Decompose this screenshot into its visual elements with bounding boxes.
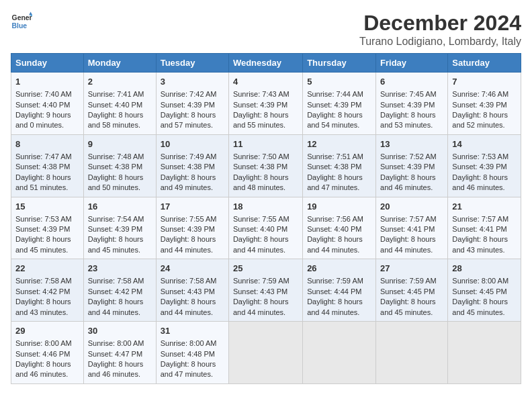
daylight-text: Daylight: 8 hours and 44 minutes.: [380, 235, 436, 253]
calendar-title: December 2024: [359, 11, 521, 36]
daylight-text: Daylight: 8 hours and 45 minutes.: [380, 298, 436, 316]
daylight-text: Daylight: 8 hours and 44 minutes.: [233, 298, 289, 316]
sunset-text: Sunset: 4:38 PM: [233, 163, 287, 171]
day-header-wednesday: Wednesday: [228, 54, 302, 73]
daylight-text: Daylight: 8 hours and 46 minutes.: [452, 173, 508, 191]
calendar-cell: 23Sunrise: 7:58 AMSunset: 4:42 PMDayligh…: [83, 259, 156, 322]
day-number: 14: [452, 138, 517, 150]
calendar-cell: 7Sunrise: 7:46 AMSunset: 4:39 PMDaylight…: [448, 73, 521, 135]
calendar-week-row: 29Sunrise: 8:00 AMSunset: 4:46 PMDayligh…: [11, 322, 521, 384]
sunset-text: Sunset: 4:45 PM: [380, 287, 435, 295]
day-number: 12: [307, 138, 371, 150]
day-number: 16: [88, 201, 152, 213]
svg-text:General: General: [12, 14, 32, 21]
sunset-text: Sunset: 4:44 PM: [307, 287, 361, 295]
daylight-text: Daylight: 9 hours and 0 minutes.: [15, 111, 71, 129]
day-number: 1: [15, 76, 79, 88]
sunset-text: Sunset: 4:46 PM: [15, 350, 70, 358]
sunrise-text: Sunrise: 7:45 AM: [380, 90, 437, 98]
calendar-week-row: 15Sunrise: 7:53 AMSunset: 4:39 PMDayligh…: [11, 197, 521, 259]
sunrise-text: Sunrise: 7:52 AM: [380, 152, 437, 161]
day-number: 23: [88, 263, 152, 275]
sunset-text: Sunset: 4:39 PM: [161, 101, 215, 109]
calendar-cell: 30Sunrise: 8:00 AMSunset: 4:47 PMDayligh…: [83, 322, 156, 384]
day-number: 19: [307, 201, 371, 213]
sunrise-text: Sunrise: 7:55 AM: [161, 215, 217, 223]
day-header-thursday: Thursday: [303, 54, 376, 73]
sunset-text: Sunset: 4:40 PM: [88, 101, 142, 109]
daylight-text: Daylight: 8 hours and 43 minutes.: [15, 298, 71, 316]
calendar-cell: 5Sunrise: 7:44 AMSunset: 4:39 PMDaylight…: [303, 73, 376, 135]
sunrise-text: Sunrise: 7:56 AM: [307, 215, 363, 223]
calendar-week-row: 22Sunrise: 7:58 AMSunset: 4:42 PMDayligh…: [11, 259, 521, 322]
sunrise-text: Sunrise: 7:42 AM: [161, 90, 217, 98]
sunset-text: Sunset: 4:39 PM: [307, 101, 361, 109]
svg-text:Blue: Blue: [12, 22, 28, 30]
daylight-text: Daylight: 8 hours and 44 minutes.: [161, 298, 216, 316]
sunrise-text: Sunrise: 8:00 AM: [452, 277, 508, 285]
daylight-text: Daylight: 8 hours and 44 minutes.: [307, 298, 363, 316]
day-number: 27: [380, 263, 443, 275]
day-number: 26: [307, 263, 371, 275]
daylight-text: Daylight: 8 hours and 45 minutes.: [15, 235, 71, 253]
sunset-text: Sunset: 4:39 PM: [88, 225, 142, 233]
calendar-cell: 15Sunrise: 7:53 AMSunset: 4:39 PMDayligh…: [11, 197, 84, 259]
calendar-cell: 20Sunrise: 7:57 AMSunset: 4:41 PMDayligh…: [376, 197, 448, 259]
calendar-cell: 27Sunrise: 7:59 AMSunset: 4:45 PMDayligh…: [376, 259, 448, 322]
daylight-text: Daylight: 8 hours and 46 minutes.: [380, 173, 436, 191]
sunrise-text: Sunrise: 7:44 AM: [307, 90, 363, 98]
day-header-friday: Friday: [376, 54, 448, 73]
sunset-text: Sunset: 4:40 PM: [233, 225, 287, 233]
daylight-text: Daylight: 8 hours and 47 minutes.: [161, 360, 216, 378]
daylight-text: Daylight: 8 hours and 45 minutes.: [88, 235, 144, 253]
sunset-text: Sunset: 4:48 PM: [161, 350, 215, 358]
daylight-text: Daylight: 8 hours and 52 minutes.: [452, 111, 508, 129]
daylight-text: Daylight: 8 hours and 46 minutes.: [88, 360, 144, 378]
sunset-text: Sunset: 4:38 PM: [307, 163, 361, 171]
day-number: 21: [452, 201, 517, 213]
sunrise-text: Sunrise: 7:53 AM: [452, 152, 508, 161]
sunrise-text: Sunrise: 7:51 AM: [307, 152, 363, 161]
calendar-table: SundayMondayTuesdayWednesdayThursdayFrid…: [11, 53, 521, 384]
sunrise-text: Sunrise: 7:54 AM: [88, 215, 144, 223]
sunset-text: Sunset: 4:38 PM: [161, 163, 215, 171]
calendar-cell: 26Sunrise: 7:59 AMSunset: 4:44 PMDayligh…: [303, 259, 376, 322]
sunrise-text: Sunrise: 7:58 AM: [15, 277, 72, 285]
day-number: 4: [233, 76, 298, 88]
daylight-text: Daylight: 8 hours and 51 minutes.: [15, 173, 71, 191]
day-number: 2: [88, 76, 152, 88]
calendar-cell: 21Sunrise: 7:57 AMSunset: 4:41 PMDayligh…: [448, 197, 521, 259]
sunrise-text: Sunrise: 7:47 AM: [15, 152, 72, 161]
day-number: 25: [233, 263, 298, 275]
daylight-text: Daylight: 8 hours and 53 minutes.: [380, 111, 436, 129]
sunset-text: Sunset: 4:41 PM: [380, 225, 435, 233]
sunset-text: Sunset: 4:42 PM: [15, 287, 70, 295]
sunset-text: Sunset: 4:47 PM: [88, 350, 142, 358]
calendar-cell: [228, 322, 302, 384]
calendar-cell: 16Sunrise: 7:54 AMSunset: 4:39 PMDayligh…: [83, 197, 156, 259]
sunset-text: Sunset: 4:40 PM: [15, 101, 70, 109]
sunset-text: Sunset: 4:43 PM: [233, 287, 287, 295]
title-area: December 2024 Turano Lodigiano, Lombardy…: [359, 11, 521, 48]
daylight-text: Daylight: 8 hours and 44 minutes.: [161, 235, 216, 253]
daylight-text: Daylight: 8 hours and 48 minutes.: [233, 173, 289, 191]
logo-icon: General Blue: [11, 11, 32, 32]
sunrise-text: Sunrise: 7:59 AM: [307, 277, 363, 285]
day-number: 30: [88, 325, 152, 337]
calendar-cell: 31Sunrise: 8:00 AMSunset: 4:48 PMDayligh…: [156, 322, 228, 384]
sunrise-text: Sunrise: 7:48 AM: [88, 152, 144, 161]
daylight-text: Daylight: 8 hours and 46 minutes.: [15, 360, 71, 378]
daylight-text: Daylight: 8 hours and 54 minutes.: [307, 111, 363, 129]
calendar-cell: 14Sunrise: 7:53 AMSunset: 4:39 PMDayligh…: [448, 134, 521, 197]
day-header-sunday: Sunday: [11, 54, 84, 73]
day-number: 5: [307, 76, 371, 88]
calendar-cell: 24Sunrise: 7:58 AMSunset: 4:43 PMDayligh…: [156, 259, 228, 322]
calendar-cell: 28Sunrise: 8:00 AMSunset: 4:45 PMDayligh…: [448, 259, 521, 322]
sunset-text: Sunset: 4:39 PM: [380, 101, 435, 109]
day-number: 15: [15, 201, 79, 213]
calendar-cell: 12Sunrise: 7:51 AMSunset: 4:38 PMDayligh…: [303, 134, 376, 197]
calendar-cell: [303, 322, 376, 384]
sunset-text: Sunset: 4:39 PM: [15, 225, 70, 233]
day-number: 9: [88, 138, 152, 150]
calendar-cell: 6Sunrise: 7:45 AMSunset: 4:39 PMDaylight…: [376, 73, 448, 135]
